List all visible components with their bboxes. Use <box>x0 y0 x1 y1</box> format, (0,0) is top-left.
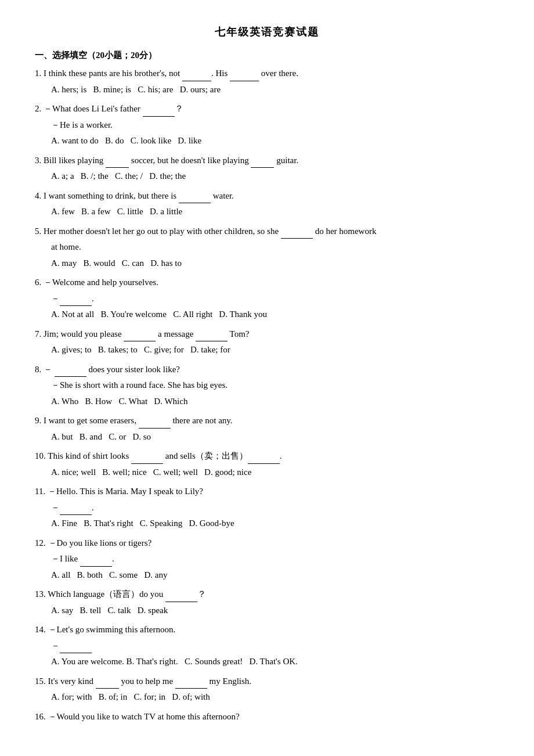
q1-text: 1. I think these pants are his brother's… <box>35 66 499 81</box>
question-5: 5. Her mother doesn't let her go out to … <box>35 224 499 271</box>
q2-blank1 <box>143 107 175 117</box>
q12-dialog1: 12. －Do you like lions or tigers? <box>35 536 499 551</box>
q11-dialog2: －. <box>51 501 499 516</box>
q3-blank1 <box>106 159 129 168</box>
q14-blank1 <box>60 644 92 653</box>
q2-dialog1: 2. －What does Li Lei's father ？ <box>35 102 499 117</box>
q6-dialog2: －. <box>51 291 499 307</box>
question-16: 16. －Would you like to watch TV at home … <box>35 710 499 725</box>
q14-dialog1: 14. －Let's go swimming this afternoon. <box>35 622 499 638</box>
question-12: 12. －Do you like lions or tigers? －I lik… <box>35 536 499 583</box>
q1-blank1 <box>182 72 211 81</box>
q11-dialog1: 11. －Hello. This is Maria. May I speak t… <box>35 484 499 499</box>
q10-blank2 <box>248 455 280 464</box>
q15-text: 15. It's very kind you to help me my Eng… <box>35 674 499 689</box>
q13-options: A. say B. tell C. talk D. speak <box>51 603 499 618</box>
q12-options: A. all B. both C. some D. any <box>51 568 499 583</box>
q11-blank1 <box>60 506 92 515</box>
q7-blank1 <box>124 332 156 341</box>
q10-options: A. nice; well B. well; nice C. well; wel… <box>51 465 499 480</box>
question-6: 6. －Welcome and help yourselves. －. A. N… <box>35 275 499 322</box>
question-4: 4. I want something to drink, but there … <box>35 189 499 219</box>
q10-text: 10. This kind of shirt looks and sells（卖… <box>35 449 499 464</box>
question-11: 11. －Hello. This is Maria. May I speak t… <box>35 484 499 531</box>
q3-blank2 <box>251 159 274 168</box>
question-9: 9. I want to get some erasers, there are… <box>35 413 499 444</box>
question-15: 15. It's very kind you to help me my Eng… <box>35 674 499 705</box>
q5-options: A. may B. would C. can D. has to <box>51 256 499 271</box>
q16-dialog1: 16. －Would you like to watch TV at home … <box>35 710 499 725</box>
q5-text2: at home. <box>51 240 499 255</box>
q4-text: 4. I want something to drink, but there … <box>35 189 499 204</box>
question-2: 2. －What does Li Lei's father ？ －He is a… <box>35 102 499 149</box>
question-7: 7. Jim; would you please a message Tom? … <box>35 327 499 358</box>
q7-options: A. gives; to B. takes; to C. give; for D… <box>51 343 499 358</box>
q5-blank1 <box>281 229 313 239</box>
question-13: 13. Which language（语言）do you ？ A. say B.… <box>35 587 499 618</box>
q8-blank1 <box>55 368 86 377</box>
q10-blank1 <box>131 455 163 464</box>
q9-text: 9. I want to get some erasers, there are… <box>35 413 499 429</box>
q6-dialog1: 6. －Welcome and help yourselves. <box>35 275 499 290</box>
question-3: 3. Bill likes playing soccer, but he doe… <box>35 153 499 184</box>
q7-text: 7. Jim; would you please a message Tom? <box>35 327 499 342</box>
q2-dialog2: －He is a worker. <box>51 118 499 133</box>
q13-text: 13. Which language（语言）do you ？ <box>35 587 499 602</box>
q8-options: A. Who B. How C. What D. Which <box>51 394 499 409</box>
q4-blank1 <box>179 194 211 203</box>
section-header: 一、选择填空（20小题；20分） <box>35 48 499 63</box>
q4-options: A. few B. a few C. little D. a little <box>51 204 499 219</box>
q15-blank1 <box>96 679 119 689</box>
question-1: 1. I think these pants are his brother's… <box>35 66 499 97</box>
q7-blank2 <box>196 332 228 341</box>
q3-options: A. a; a B. /; the C. the; / D. the; the <box>51 169 499 184</box>
page-title: 七年级英语竞赛试题 <box>35 23 499 41</box>
q13-blank1 <box>165 593 197 602</box>
q12-blank1 <box>80 557 112 567</box>
q6-blank1 <box>60 297 92 306</box>
q14-dialog2: － <box>51 639 499 654</box>
question-10: 10. This kind of shirt looks and sells（卖… <box>35 449 499 480</box>
q5-text: 5. Her mother doesn't let her go out to … <box>35 224 499 239</box>
q1-blank2 <box>230 72 259 81</box>
q15-options: A. for; with B. of; in C. for; in D. of;… <box>51 690 499 705</box>
q14-options: A. You are welcome. B. That's right. C. … <box>51 654 499 669</box>
q3-text: 3. Bill likes playing soccer, but he doe… <box>35 153 499 168</box>
q11-options: A. Fine B. That's right C. Speaking D. G… <box>51 516 499 531</box>
q8-dialog2: －She is short with a round face. She has… <box>51 378 499 393</box>
question-8: 8. － does your sister look like? －She is… <box>35 362 499 409</box>
question-14: 14. －Let's go swimming this afternoon. －… <box>35 622 499 669</box>
q8-dialog1: 8. － does your sister look like? <box>35 362 499 377</box>
q1-options: A. hers; is B. mine; is C. his; are D. o… <box>51 82 499 98</box>
q15-blank2 <box>175 679 207 689</box>
q9-options: A. but B. and C. or D. so <box>51 430 499 445</box>
q6-options: A. Not at all B. You're welcome C. All r… <box>51 307 499 322</box>
q9-blank1 <box>139 419 171 429</box>
q2-options: A. want to do B. do C. look like D. like <box>51 134 499 149</box>
q12-dialog2: －I like . <box>51 552 499 567</box>
